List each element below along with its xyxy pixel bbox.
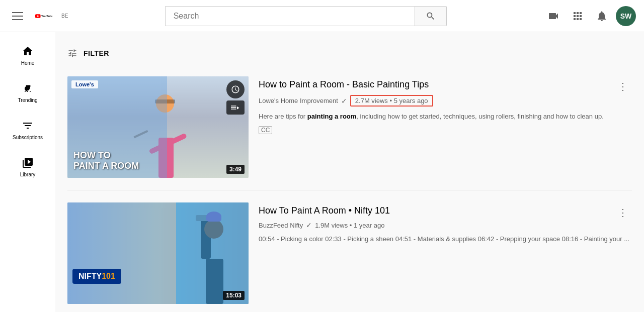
video-title-2[interactable]: How To Paint A Room • Nifty 101 bbox=[259, 204, 632, 217]
create-video-button[interactable] bbox=[543, 6, 564, 26]
filter-icon bbox=[67, 48, 77, 58]
verified-icon-2: ✓ bbox=[306, 221, 312, 229]
search-icon bbox=[426, 11, 436, 21]
thumbnail-2[interactable]: NIFTY101 15:03 bbox=[67, 202, 249, 304]
bell-icon bbox=[596, 10, 608, 22]
cc-badge: CC bbox=[259, 126, 272, 134]
video-info-2: How To Paint A Room • Nifty 101 BuzzFeed… bbox=[259, 202, 632, 304]
sidebar-item-trending[interactable]: Trending bbox=[0, 73, 55, 111]
thumb-overlay-1: HOW TO PAINT A ROOM bbox=[67, 76, 249, 178]
thumb-title-1: HOW TO PAINT A ROOM bbox=[73, 150, 139, 172]
sidebar-label-library: Library bbox=[20, 172, 36, 177]
subscriptions-icon bbox=[22, 120, 34, 132]
header: YouTube BE how to paint a room bbox=[0, 0, 644, 32]
search-results: HOW TO PAINT A ROOM Lowe's bbox=[67, 68, 632, 312]
video-info-1: How to Paint a Room - Basic Painting Tip… bbox=[259, 76, 632, 178]
sidebar-item-home[interactable]: Home bbox=[0, 36, 55, 73]
search-area: how to paint a room bbox=[68, 6, 543, 26]
verified-icon-1: ✓ bbox=[341, 97, 347, 105]
channel-name-1[interactable]: Lowe's Home Improvement bbox=[259, 97, 338, 105]
sidebar: Home Trending Subscriptions Library bbox=[0, 32, 55, 312]
sidebar-label-trending: Trending bbox=[18, 97, 37, 103]
thumbnail-1[interactable]: HOW TO PAINT A ROOM Lowe's bbox=[67, 76, 249, 178]
video-divider bbox=[67, 190, 632, 190]
search-input[interactable]: how to paint a room bbox=[165, 6, 415, 26]
youtube-logo-icon: YouTube bbox=[35, 10, 52, 22]
channel-name-2[interactable]: BuzzFeed Nifty bbox=[259, 222, 303, 229]
layout: Home Trending Subscriptions Library bbox=[0, 0, 644, 312]
menu-button[interactable] bbox=[8, 8, 27, 24]
apps-button[interactable] bbox=[568, 6, 588, 26]
sidebar-item-library[interactable]: Library bbox=[0, 148, 55, 185]
search-button[interactable] bbox=[415, 6, 447, 26]
thumbnail-bg-2: NIFTY101 15:03 bbox=[67, 202, 249, 304]
header-actions: SW bbox=[543, 6, 636, 26]
trending-icon bbox=[22, 82, 34, 94]
video-meta-2: BuzzFeed Nifty ✓ 1.9M views • 1 year ago bbox=[259, 221, 632, 229]
create-icon bbox=[547, 10, 559, 22]
grid-icon bbox=[572, 10, 584, 22]
logo[interactable]: YouTube bbox=[35, 10, 52, 22]
search-form[interactable]: how to paint a room bbox=[165, 6, 447, 26]
video-title-1[interactable]: How to Paint a Room - Basic Painting Tip… bbox=[259, 78, 632, 91]
avatar-button[interactable]: SW bbox=[616, 6, 636, 26]
video-item-2: NIFTY101 15:03 How To Paint A Room • Nif… bbox=[67, 194, 632, 312]
brand-logo: Lowe's bbox=[71, 80, 98, 88]
watch-later-icon[interactable] bbox=[226, 80, 245, 98]
sidebar-label-home: Home bbox=[21, 60, 35, 66]
locale-badge: BE bbox=[61, 13, 68, 19]
thumbnail-bg-1: HOW TO PAINT A ROOM Lowe's bbox=[67, 76, 249, 178]
sidebar-label-subscriptions: Subscriptions bbox=[13, 135, 43, 140]
nifty-badge: NIFTY101 bbox=[72, 269, 121, 284]
library-icon bbox=[22, 157, 34, 169]
video-description-1: Here are tips for painting a room, inclu… bbox=[259, 112, 632, 122]
more-options-button-2[interactable]: ⋮ bbox=[616, 204, 630, 221]
filter-label: FILTER bbox=[84, 49, 109, 57]
more-options-button-1[interactable]: ⋮ bbox=[616, 78, 630, 94]
duration-badge-1: 3:49 bbox=[226, 165, 245, 174]
notifications-button[interactable] bbox=[592, 6, 612, 26]
playlist-icon[interactable] bbox=[226, 100, 245, 115]
filter-bar: FILTER bbox=[67, 40, 632, 68]
video-stats-2: 1.9M views • 1 year ago bbox=[315, 222, 384, 229]
header-left: YouTube BE bbox=[8, 8, 68, 24]
video-item: HOW TO PAINT A ROOM Lowe's bbox=[67, 68, 632, 186]
video-meta-1: Lowe's Home Improvement ✓ 2.7M views • 5… bbox=[259, 95, 632, 107]
video-stats-highlighted: 2.7M views • 5 years ago bbox=[350, 95, 433, 107]
main-content: FILTER bbox=[55, 32, 644, 312]
home-icon bbox=[22, 45, 34, 57]
svg-point-3 bbox=[26, 87, 30, 90]
video-description-2: 00:54 - Picking a color 02:33 - Picking … bbox=[259, 234, 632, 244]
svg-text:YouTube: YouTube bbox=[41, 14, 52, 17]
duration-badge-2: 15:03 bbox=[223, 291, 245, 300]
sidebar-item-subscriptions[interactable]: Subscriptions bbox=[0, 111, 55, 148]
thumb-action-icons bbox=[226, 80, 245, 115]
